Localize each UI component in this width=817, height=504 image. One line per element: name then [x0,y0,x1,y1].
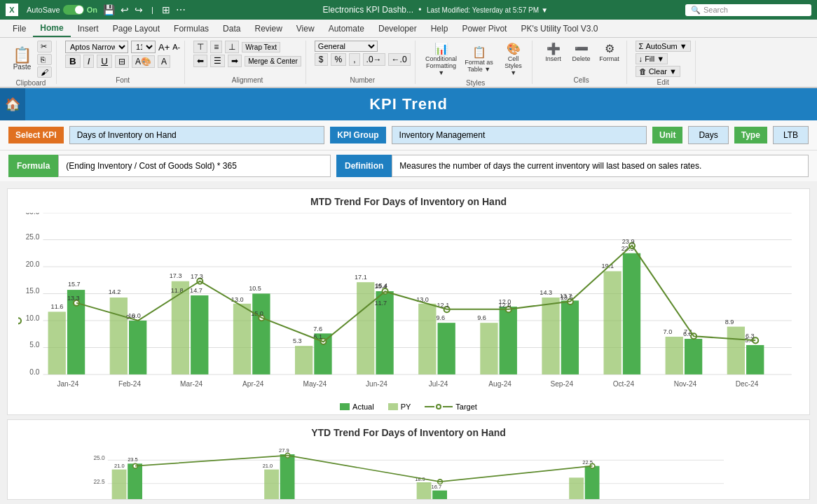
align-right-icon[interactable]: ➡ [228,55,242,67]
align-center-icon[interactable]: ☰ [210,55,225,67]
select-kpi-value[interactable]: Days of Inventory on Hand [69,126,325,144]
grid-icon[interactable]: ⊞ [162,4,170,15]
unit-value[interactable]: Days [688,126,728,144]
format-icon: ⚙ [605,42,615,55]
number-format-row: General [315,41,411,52]
svg-rect-29 [191,295,208,374]
svg-rect-72 [542,298,559,374]
tab-power-pivot[interactable]: Power Pivot [455,21,514,36]
ytd-target-line [135,456,593,482]
wrap-text-icon[interactable]: Wrap Text [242,42,280,52]
align-middle-icon[interactable]: ≡ [210,41,222,53]
svg-text:25.0: 25.0 [26,233,40,241]
autosave-control[interactable]: AutoSave On [27,5,97,15]
cut-button[interactable]: ✂ [37,41,52,52]
font-label: Font [116,76,130,84]
tab-formulas[interactable]: Formulas [167,21,216,36]
clear-icon[interactable]: 🗑 Clear ▼ [636,66,680,77]
redo-icon[interactable]: ↪ [135,4,143,15]
svg-text:13.0: 13.0 [231,296,244,303]
edit-label: Edit [657,78,669,86]
border-icon[interactable]: ⊟ [115,55,129,68]
home-icon-area[interactable]: 🏠 [0,88,25,120]
undo-icon[interactable]: ↩ [121,4,129,15]
svg-point-25 [18,318,21,323]
tab-view[interactable]: View [289,21,322,36]
kpi-group-value[interactable]: Inventory Management [392,126,647,144]
decrease-decimal-icon[interactable]: ←.0 [388,53,411,66]
ytd-chart-title: YTD Trend For Days of Inventory on Hand [18,427,799,438]
delete-button[interactable]: ➖ Delete [569,41,594,64]
svg-text:13.5: 13.5 [561,294,573,301]
svg-rect-36 [233,304,251,374]
alignment-bottom-row: ⬅ ☰ ➡ Merge & Center [193,55,301,67]
formula-value: (Ending Inventory / Cost of Goods Sold) … [58,155,331,177]
save-icon[interactable]: 💾 [103,4,115,15]
increase-decimal-icon[interactable]: .0→ [363,53,385,66]
svg-rect-117 [417,482,432,500]
type-value[interactable]: LTB [773,126,809,144]
comma-icon[interactable]: , [349,53,359,66]
align-bottom-icon[interactable]: ⊥ [225,41,239,53]
tab-automate[interactable]: Automate [322,21,371,36]
percent-icon[interactable]: % [331,53,347,66]
italic-button[interactable]: I [83,55,95,68]
format-button[interactable]: ⚙ Format [597,41,622,64]
increase-font-icon[interactable]: A+ [158,42,170,52]
font-size-select[interactable]: 11 [131,41,156,53]
edit-row3: 🗑 Clear ▼ [636,66,691,77]
svg-text:17.3: 17.3 [191,273,203,280]
merge-center-button[interactable]: Merge & Center [245,56,301,66]
bar-aug: 9.6 12.0 12.6 Aug-24 [477,298,517,388]
align-top-icon[interactable]: ⊤ [193,41,207,53]
font-color-icon[interactable]: A [158,55,170,68]
paste-button[interactable]: 📋 Paste [10,46,34,72]
format-as-table-button[interactable]: 📋 Format as Table ▼ [462,44,497,74]
tab-data[interactable]: Data [216,21,247,36]
autosave-toggle[interactable] [63,5,84,15]
dropdown-chevron-icon[interactable]: ▼ [541,6,548,14]
more-icons[interactable]: ⋯ [176,4,186,15]
svg-rect-113 [280,454,295,500]
tab-file[interactable]: File [6,21,33,36]
svg-rect-106 [112,470,127,500]
definition-value: Measures the number of days the current … [392,155,809,177]
tab-help[interactable]: Help [424,21,455,36]
conditional-formatting-button[interactable]: 📊 Conditional Formatting ▼ [424,41,459,78]
insert-button[interactable]: ➕ Insert [541,41,566,64]
currency-icon[interactable]: $ [315,53,328,66]
search-icon: 🔍 [691,6,701,15]
tab-page-layout[interactable]: Page Layout [106,21,167,36]
insert-icon: ➕ [547,42,561,55]
tab-insert[interactable]: Insert [71,21,106,36]
fill-icon[interactable]: ↓ Fill ▼ [636,53,668,64]
font-name-select[interactable]: Aptos Narrow [65,41,128,53]
ytd-chart-svg: 20.0 22.5 25.0 21.0 23.5 Jan-24 21.0 27.… [18,444,799,500]
cond-format-icon: 📊 [434,42,448,55]
underline-button[interactable]: U [97,55,112,68]
search-box[interactable]: 🔍 Search [685,4,811,16]
svg-text:11.6: 11.6 [51,303,64,310]
bar-nov: 7.0 6.6 7.1 Nov-24 [664,328,703,388]
tab-home[interactable]: Home [33,20,70,37]
tab-pk-utility[interactable]: PK's Utility Tool V3.0 [514,21,605,36]
clipboard-label: Clipboard [16,79,46,87]
align-left-icon[interactable]: ⬅ [193,55,207,67]
copy-button[interactable]: ⎘ [37,54,52,65]
number-format-select[interactable]: General [315,41,378,52]
autosum-label[interactable]: Σ AutoSum ▼ [636,41,691,52]
legend-actual-box [340,403,350,410]
tab-review[interactable]: Review [247,21,289,36]
bar-dec: 8.9 5.4 6.3 Dec-24 [725,318,764,388]
decrease-font-icon[interactable]: A- [172,43,180,51]
cell-styles-button[interactable]: 🎨 Cell Styles ▼ [500,41,528,78]
tab-developer[interactable]: Developer [371,21,424,36]
format-painter-button[interactable]: 🖌 [37,66,52,78]
svg-rect-112 [264,470,279,500]
fill-color-icon[interactable]: A🎨 [132,55,155,68]
ribbon-group-font: Aptos Narrow 11 A+ A- B I U ⊟ A🎨 A Font [61,41,185,84]
svg-text:9.6: 9.6 [477,314,486,321]
styles-row: 📊 Conditional Formatting ▼ 📋 Format as T… [424,41,528,78]
autosave-label: AutoSave [27,6,60,14]
bold-button[interactable]: B [65,55,81,68]
